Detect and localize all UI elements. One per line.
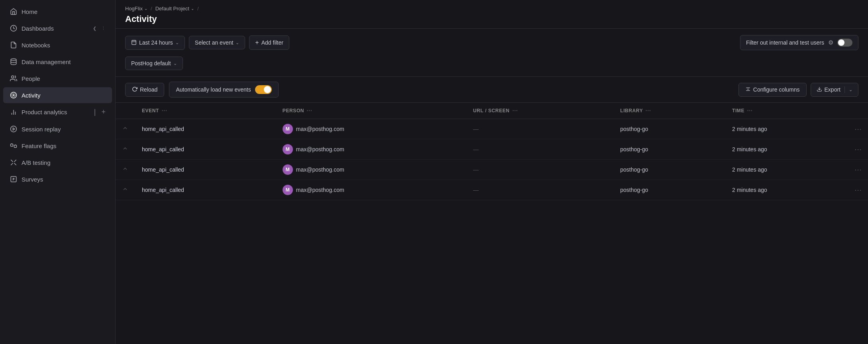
posthog-default-label: PostHog default — [131, 60, 171, 66]
sidebar-item-dashboards-label: Dashboards — [22, 25, 89, 32]
sidebar-item-home[interactable]: Home — [3, 4, 112, 20]
row-time-2: 2 minutes ago — [726, 160, 848, 180]
reload-button[interactable]: Reload — [125, 83, 164, 97]
row-more-3[interactable]: ⋯ — [848, 180, 868, 200]
th-library-more-icon[interactable]: ⋯ — [645, 108, 651, 114]
time-filter-label: Last 24 hours — [139, 39, 173, 46]
row-person-1[interactable]: M max@posthog.com — [276, 139, 467, 160]
toolbar-right: Filter out internal and test users ⚙ — [740, 35, 858, 50]
sidebar-item-notebooks[interactable]: Notebooks — [3, 37, 112, 53]
sidebar-item-ab-testing-label: A/B testing — [22, 159, 106, 166]
th-time: TIME ⋯ — [726, 103, 848, 119]
export-chevron-icon[interactable]: ⌄ — [849, 87, 852, 92]
sidebar-item-dashboards[interactable]: Dashboards ❮ ⋮ — [3, 20, 112, 36]
row-person-0[interactable]: M max@posthog.com — [276, 119, 467, 139]
sidebar-item-feature-flags[interactable]: Feature flags — [3, 138, 112, 154]
th-event-more-icon[interactable]: ⋯ — [161, 108, 167, 114]
calendar-icon — [131, 39, 137, 46]
th-person: PERSON ⋯ — [276, 103, 467, 119]
activity-icon — [10, 91, 18, 99]
sidebar-item-session-replay-label: Session replay — [22, 126, 106, 133]
row-expand-0[interactable] — [116, 119, 136, 139]
th-url-more-icon[interactable]: ⋯ — [512, 108, 518, 114]
event-filter-chevron-icon: ⌄ — [236, 40, 239, 45]
analytics-icon — [10, 108, 18, 116]
table-row[interactable]: home_api_called M max@posthog.com — post… — [116, 180, 868, 200]
row-library-0: posthog-go — [614, 119, 726, 139]
sidebar-item-surveys-label: Surveys — [22, 176, 106, 183]
svg-point-2 — [12, 76, 14, 78]
analytics-divider: | — [94, 108, 96, 116]
row-expand-3[interactable] — [116, 180, 136, 200]
svg-point-4 — [12, 94, 16, 97]
row-expand-1[interactable] — [116, 139, 136, 160]
row-library-3: posthog-go — [614, 180, 726, 200]
breadcrumb-sep1: / — [151, 6, 152, 12]
time-filter-button[interactable]: Last 24 hours ⌄ — [125, 36, 185, 50]
ab-testing-icon — [10, 158, 18, 166]
filter-internal-container: Filter out internal and test users ⚙ — [740, 35, 858, 50]
row-avatar-0: M — [283, 124, 293, 134]
row-event-2: home_api_called — [136, 160, 276, 180]
sidebar-item-activity[interactable]: Activity — [3, 87, 112, 103]
sidebar-item-data-management-label: Data management — [22, 59, 106, 65]
th-time-more-icon[interactable]: ⋯ — [747, 108, 753, 114]
row-library-1: posthog-go — [614, 139, 726, 160]
configure-columns-button[interactable]: Configure columns — [738, 83, 807, 97]
feature-flags-icon — [10, 142, 18, 150]
th-url: URL / SCREEN ⋯ — [467, 103, 614, 119]
people-icon — [10, 74, 18, 82]
row-expand-2[interactable] — [116, 160, 136, 180]
add-filter-label: Add filter — [261, 39, 283, 46]
row-url-0: — — [467, 119, 614, 139]
row-time-1: 2 minutes ago — [726, 139, 848, 160]
table-row[interactable]: home_api_called M max@posthog.com — post… — [116, 160, 868, 180]
svg-point-3 — [13, 95, 14, 96]
table-header-row: EVENT ⋯ PERSON ⋯ URL / SCREEN ⋯ — [116, 103, 868, 119]
row-event-1: home_api_called — [136, 139, 276, 160]
th-time-label: TIME — [732, 108, 744, 113]
table-row[interactable]: home_api_called M max@posthog.com — post… — [116, 119, 868, 139]
breadcrumb: HogFlix ⌄ / Default Project ⌄ / — [125, 6, 858, 12]
table-row[interactable]: home_api_called M max@posthog.com — post… — [116, 139, 868, 160]
add-filter-button[interactable]: + Add filter — [249, 35, 289, 50]
sidebar-item-activity-label: Activity — [22, 92, 106, 99]
row-more-0[interactable]: ⋯ — [848, 119, 868, 139]
posthog-default-button[interactable]: PostHog default ⌄ — [125, 57, 183, 70]
auto-load-toggle[interactable] — [255, 85, 272, 94]
analytics-plus-icon[interactable]: + — [101, 108, 106, 116]
breadcrumb-project[interactable]: Default Project ⌄ — [155, 6, 194, 12]
data-management-icon — [10, 58, 18, 66]
filter-settings-icon[interactable]: ⚙ — [828, 39, 833, 46]
svg-point-9 — [11, 126, 17, 132]
row-avatar-2: M — [283, 164, 293, 175]
sidebar-item-data-management[interactable]: Data management — [3, 54, 112, 70]
event-filter-button[interactable]: Select an event ⌄ — [189, 36, 245, 49]
breadcrumb-org[interactable]: HogFlix ⌄ — [125, 6, 147, 12]
sidebar-item-product-analytics[interactable]: Product analytics | + — [3, 104, 112, 120]
filter-internal-toggle[interactable] — [837, 39, 852, 47]
posthog-default-chevron-icon: ⌄ — [173, 61, 177, 66]
reload-icon — [132, 86, 137, 93]
row-more-1[interactable]: ⋯ — [848, 139, 868, 160]
action-right: Configure columns Export ⌄ — [738, 83, 858, 97]
th-person-more-icon[interactable]: ⋯ — [306, 108, 312, 114]
export-label[interactable]: Export — [825, 86, 841, 93]
sidebar-item-ab-testing[interactable]: A/B testing — [3, 154, 112, 170]
row-time-3: 2 minutes ago — [726, 180, 848, 200]
row-more-2[interactable]: ⋯ — [848, 160, 868, 180]
auto-load-container: Automatically load new events — [169, 82, 278, 98]
project-chevron-icon: ⌄ — [191, 6, 194, 11]
row-url-3: — — [467, 180, 614, 200]
row-person-3[interactable]: M max@posthog.com — [276, 180, 467, 200]
action-bar: Reload Automatically load new events Con… — [116, 76, 868, 103]
sidebar-item-session-replay[interactable]: Session replay — [3, 121, 112, 137]
sidebar-item-analytics-label: Product analytics — [22, 109, 90, 115]
sidebar-item-surveys[interactable]: Surveys — [3, 171, 112, 187]
row-person-2[interactable]: M max@posthog.com — [276, 160, 467, 180]
sidebar-item-people[interactable]: People — [3, 70, 112, 86]
svg-point-1 — [11, 59, 16, 61]
dashboards-icon — [10, 24, 18, 32]
export-divider — [844, 86, 845, 93]
th-person-label: PERSON — [283, 108, 304, 113]
